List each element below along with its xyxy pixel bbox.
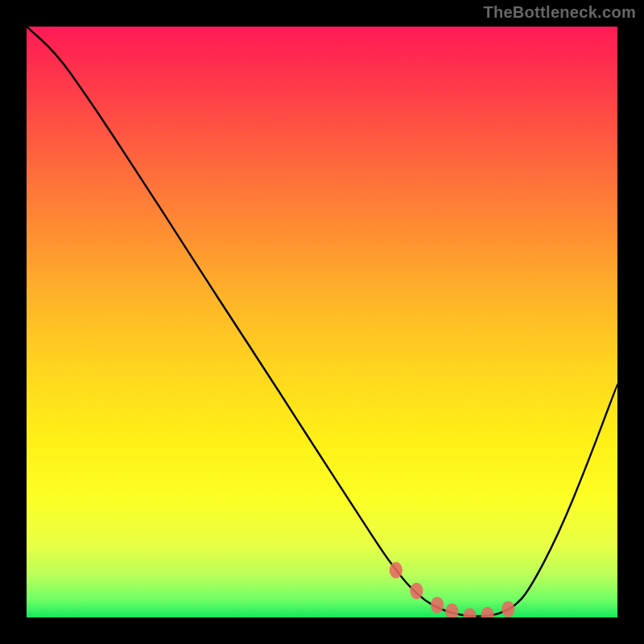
svg-point-2	[431, 597, 444, 613]
watermark-text: TheBottleneck.com	[483, 3, 636, 22]
bottleneck-curve	[27, 27, 617, 617]
svg-point-4	[463, 608, 476, 617]
svg-point-0	[390, 562, 402, 579]
curve-layer	[27, 27, 617, 617]
svg-point-5	[481, 607, 493, 617]
optimal-markers	[390, 562, 515, 617]
svg-point-6	[502, 601, 514, 617]
plot-area	[27, 27, 617, 617]
chart-frame: TheBottleneck.com	[0, 0, 644, 644]
svg-point-1	[410, 583, 423, 600]
svg-point-3	[445, 603, 458, 617]
